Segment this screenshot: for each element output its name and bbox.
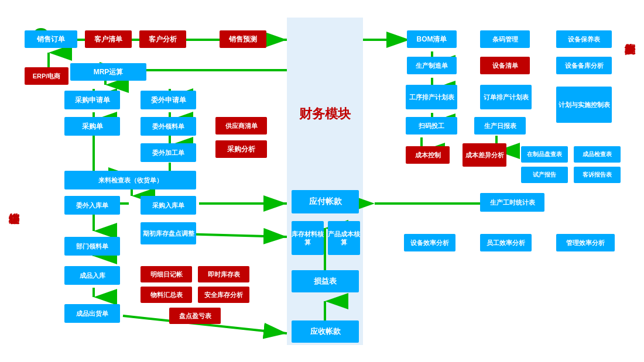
- sales-order-box: 销售订单: [25, 30, 77, 48]
- production-order-box: 生产制造单: [407, 57, 457, 74]
- finance-background: [287, 18, 363, 345]
- finished-goods-report-box: 成品检查表: [574, 146, 621, 163]
- finance-module-label: 财务模块: [299, 105, 351, 123]
- inventory-material-calc-box: 库存材料核算: [292, 221, 324, 255]
- equipment-efficiency-box: 设备效率分析: [404, 234, 455, 251]
- profit-loss-box: 损益表: [292, 270, 359, 292]
- customer-analysis-box: 客户分析: [139, 30, 186, 48]
- process-schedule-box: 工序排产计划表: [406, 85, 457, 109]
- purchase-analysis-box: 采购分析: [215, 140, 267, 158]
- customer-list-box: 客户清单: [85, 30, 132, 48]
- mrp-box: MRP运算: [70, 63, 146, 81]
- equipment-maintenance-box: 设备保养表: [556, 30, 612, 48]
- equipment-list-box: 设备清单: [480, 57, 530, 74]
- realtime-inventory-box: 即时库存表: [198, 266, 249, 282]
- cost-variance-box: 成本差异分析: [463, 143, 506, 167]
- outsource-request-box: 委外申请单: [141, 91, 196, 109]
- detail-ledger-box: 明细日记帐: [141, 266, 192, 282]
- sales-forecast-box: 销售预测: [220, 30, 266, 48]
- cost-control-box: 成本控制: [406, 146, 450, 164]
- supplier-list-box: 供应商清单: [215, 117, 267, 135]
- outsource-process-box: 委外加工单: [141, 143, 196, 162]
- product-cost-calc-box: 产品成本核算: [328, 221, 360, 255]
- incoming-inspection-box: 来料检查表（收货单）: [64, 171, 196, 189]
- outsource-warehouse-in-box: 委外入库单: [64, 196, 120, 215]
- mgmt-efficiency-box: 管理效率分析: [556, 234, 615, 251]
- material-summary-box: 物料汇总表: [141, 287, 192, 303]
- production-hours-box: 生产工时统计表: [480, 193, 544, 212]
- purchase-request-box: 采购申请单: [64, 91, 120, 109]
- equipment-backup-analysis-box: 设备备库分析: [556, 57, 612, 74]
- trial-report-box: 试产报告: [521, 167, 568, 183]
- plan-control-box: 计划与实施控制表: [556, 87, 612, 123]
- inventory-adjustment-box: 期初库存盘点调整: [141, 222, 196, 244]
- erp-ecommerce-box: ERP/电商: [25, 67, 68, 85]
- safety-inventory-box: 安全库存分析: [198, 287, 249, 303]
- bom-list-box: BOM清单: [407, 30, 457, 48]
- accounts-receivable-box: 应收帐款: [292, 320, 359, 343]
- dept-material-request-box: 部门领料单: [64, 237, 120, 256]
- barcode-mgmt-box: 条码管理: [480, 30, 530, 48]
- purchase-warehouse-in-box: 采购入库单: [141, 196, 196, 215]
- accounts-payable-box: 应付帐款: [292, 190, 359, 213]
- order-schedule-box: 订单排产计划表: [480, 85, 532, 109]
- employee-efficiency-box: 员工效率分析: [480, 234, 532, 251]
- outsource-material-box: 委外领料单: [141, 117, 196, 136]
- scan-work-box: 扫码投工: [406, 117, 457, 135]
- wip-report-box: 在制品盘查表: [521, 146, 568, 163]
- svg-line-21: [181, 234, 287, 237]
- complaint-report-box: 客诉报告表: [574, 167, 621, 183]
- inventory-count-box: 盘点盈亏表: [169, 308, 221, 324]
- production-daily-box: 生产日报表: [474, 117, 526, 135]
- purchase-order-box: 采购单: [64, 117, 120, 136]
- finished-goods-in-box: 成品入库: [64, 266, 120, 285]
- finished-goods-out-box: 成品出货单: [64, 304, 120, 323]
